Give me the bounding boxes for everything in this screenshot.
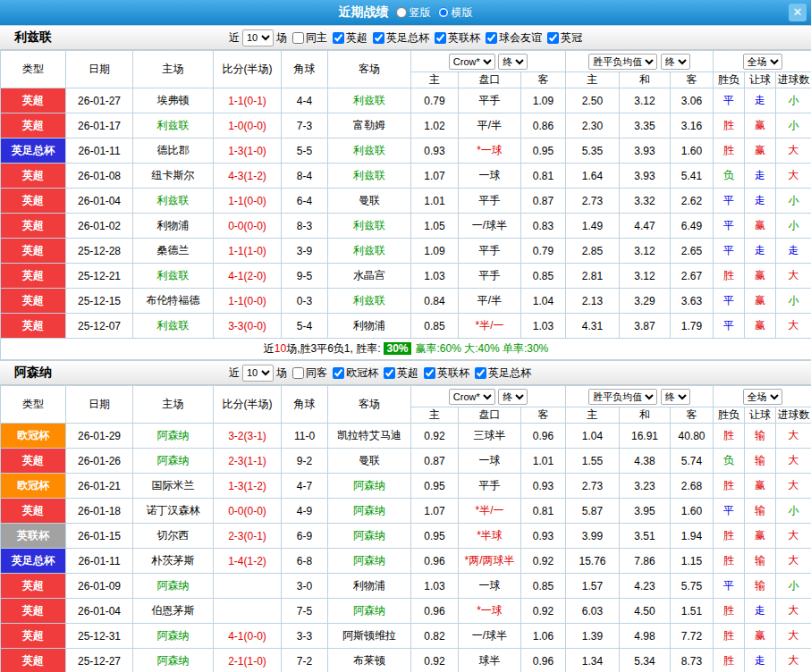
- competition-badge: 英超: [1, 264, 66, 289]
- match-row: 英超26-01-04利兹联1-1(0-0)6-4曼联1.01平手0.872.73…: [1, 189, 811, 214]
- competition-checkbox[interactable]: [435, 32, 446, 44]
- match-date: 26-01-29: [66, 424, 133, 449]
- competition-filter[interactable]: 球会友谊: [486, 30, 542, 46]
- layout-option-horizontal[interactable]: 横版: [438, 5, 473, 21]
- home-team: 利兹联: [133, 113, 214, 139]
- layout-option-vertical[interactable]: 竖版: [396, 5, 431, 21]
- match-score: 0-0(0-0): [214, 499, 282, 524]
- handicap-line: 一/球半: [459, 214, 521, 239]
- avg-home: 1.55: [566, 449, 620, 474]
- odds-stage-select[interactable]: 终: [498, 54, 528, 70]
- summary-count: 10: [275, 342, 286, 355]
- odds-company-select[interactable]: Crow*: [449, 389, 495, 405]
- avg-home: 1.64: [566, 164, 620, 189]
- competition-filter[interactable]: 英联杯: [424, 365, 469, 381]
- match-count-select[interactable]: 10: [242, 29, 274, 46]
- competition-label: 英足总杯: [488, 365, 531, 381]
- scope-select[interactable]: 全场: [743, 54, 782, 70]
- same-venue-filter[interactable]: 同主: [292, 30, 327, 46]
- corner-score: 5-5: [282, 139, 328, 164]
- col-header-avg-home: 主: [566, 72, 620, 88]
- vertical-radio[interactable]: [396, 7, 407, 18]
- handicap-line: *两/两球半: [459, 549, 521, 574]
- titlebar: 近期战绩 竖版 横版 ✕: [0, 0, 811, 25]
- competition-filter[interactable]: 欧冠杯: [333, 365, 378, 381]
- odds-away: 0.96: [521, 424, 566, 449]
- competition-checkbox[interactable]: [475, 367, 486, 379]
- competition-filter[interactable]: 英超: [333, 30, 367, 46]
- corner-score: 5-4: [282, 314, 328, 339]
- match-count-select[interactable]: 10: [242, 365, 274, 382]
- avg-stage-select[interactable]: 终: [661, 54, 690, 70]
- avg-away: 40.80: [671, 424, 714, 449]
- corner-score: 4-9: [282, 499, 328, 524]
- avg-home: 3.99: [566, 524, 620, 549]
- match-score: 2-3(1-1): [214, 449, 282, 474]
- handicap-line: 平手: [459, 239, 521, 264]
- avg-draw: 4.50: [620, 599, 671, 624]
- competition-checkbox[interactable]: [547, 32, 559, 44]
- away-team: 阿斯顿维拉: [328, 624, 411, 649]
- summary-row: 近10场,胜3平6负1, 胜率:30%赢率:60% 大:40% 单率:30%: [1, 339, 811, 360]
- avg-draw: 3.12: [620, 88, 671, 113]
- match-date: 25-12-21: [66, 264, 133, 289]
- result-handicap: 输: [745, 574, 776, 599]
- competition-checkbox[interactable]: [424, 367, 435, 379]
- same-venue-checkbox[interactable]: [292, 367, 304, 379]
- competition-checkbox[interactable]: [486, 32, 497, 44]
- avg-away: 1.60: [671, 499, 714, 524]
- competition-badge: 英超: [1, 88, 66, 113]
- competition-filter[interactable]: 英冠: [547, 30, 582, 46]
- col-header-avg-away: 客: [671, 407, 714, 424]
- odds-home: 0.95: [411, 524, 459, 549]
- corner-score: 6-9: [282, 524, 328, 549]
- horizontal-radio[interactable]: [438, 7, 449, 18]
- odds-stage-select[interactable]: 终: [498, 389, 528, 405]
- competition-label: 英联杯: [437, 365, 469, 381]
- summary-cell: 近10场,胜3平6负1, 胜率:30%赢率:60% 大:40% 单率:30%: [1, 339, 811, 360]
- competition-filter[interactable]: 英足总杯: [373, 30, 429, 46]
- competition-badge: 英超: [1, 289, 66, 314]
- same-venue-filter[interactable]: 同客: [292, 365, 327, 381]
- same-venue-checkbox[interactable]: [292, 32, 304, 44]
- home-team: 布伦特福德: [133, 289, 214, 314]
- competition-filter[interactable]: 英足总杯: [475, 365, 531, 381]
- avg-away: 6.49: [671, 214, 714, 239]
- odds-company-select[interactable]: Crow*: [449, 54, 495, 70]
- avg-draw: 3.95: [620, 499, 671, 524]
- scope-select[interactable]: 全场: [743, 389, 782, 405]
- result-goals: 小: [776, 113, 811, 139]
- competition-checkbox[interactable]: [333, 367, 344, 379]
- competition-badge: 英超: [1, 239, 66, 264]
- avg-away: 3.06: [671, 88, 714, 113]
- avg-stage-select[interactable]: 终: [661, 389, 690, 405]
- match-date: 26-01-04: [66, 599, 133, 624]
- same-venue-label: 同客: [306, 365, 327, 381]
- result-handicap: 走: [745, 599, 776, 624]
- col-header-score: 比分(半场): [214, 386, 282, 424]
- competition-filter[interactable]: 英超: [384, 365, 418, 381]
- odds-away: 0.93: [521, 524, 566, 549]
- result-handicap: 走: [745, 164, 776, 189]
- filter-bar: 近 10 场 同客 欧冠杯 英超 英联杯 英足总杯: [229, 365, 531, 382]
- avg-odds-select[interactable]: 胜平负均值: [588, 54, 657, 70]
- leeds-results-table: 类型 日期 主场 比分(半场) 角球 客场 Crow* 终 胜平负均值 终 全场…: [0, 50, 811, 360]
- match-row: 英超26-01-18诺丁汉森林0-0(0-0)4-9阿森纳1.07*半/一0.8…: [1, 499, 811, 524]
- avg-away: 1.79: [671, 314, 714, 339]
- odds-home: 0.95: [411, 474, 459, 499]
- competition-filter[interactable]: 英联杯: [435, 30, 480, 46]
- match-date: 25-12-31: [66, 624, 133, 649]
- competition-checkbox[interactable]: [384, 367, 395, 379]
- close-icon[interactable]: ✕: [789, 4, 807, 21]
- avg-away: 5.74: [671, 449, 714, 474]
- match-score: 1-4(1-2): [214, 549, 282, 574]
- handicap-line: 球半: [459, 649, 521, 672]
- competition-checkbox[interactable]: [373, 32, 384, 44]
- avg-odds-select[interactable]: 胜平负均值: [588, 389, 657, 405]
- odds-home: 0.92: [411, 424, 459, 449]
- result-outcome: 胜: [714, 649, 745, 672]
- competition-checkbox[interactable]: [333, 32, 344, 44]
- avg-draw: 4.38: [620, 449, 671, 474]
- col-header-corner: 角球: [282, 386, 328, 424]
- result-outcome: 胜: [714, 599, 745, 624]
